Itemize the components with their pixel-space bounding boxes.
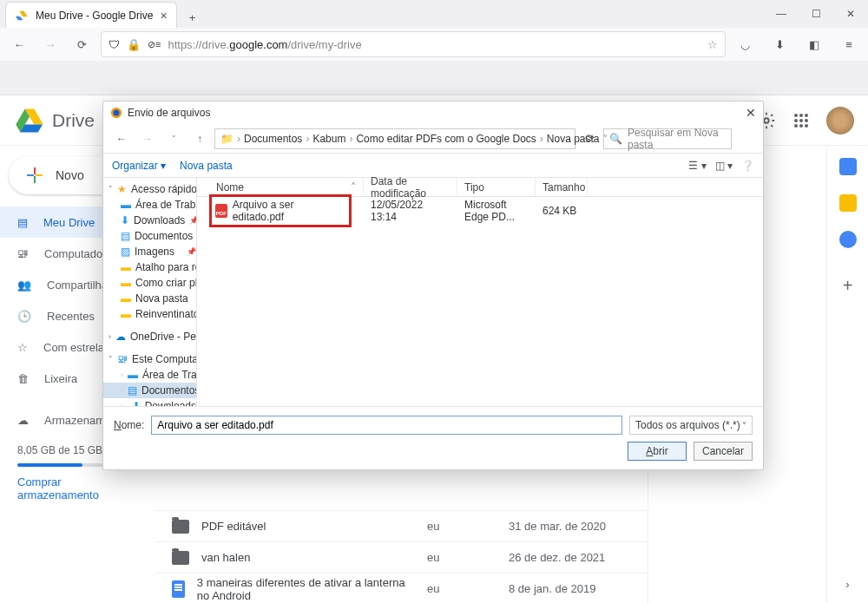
tree-playlist[interactable]: ▬Como criar playl — [103, 275, 196, 291]
tab-close-icon[interactable]: × — [160, 9, 167, 23]
dlg-help-icon[interactable]: ❔ — [741, 160, 754, 172]
tree-downloads[interactable]: ⬇Downloads📌 — [103, 213, 196, 228]
reload-button[interactable]: ⟳ — [69, 32, 94, 56]
new-tab-button[interactable]: + — [182, 7, 203, 28]
file-row[interactable]: 3 maneiras diferentes de ativar a lanter… — [155, 573, 648, 603]
dialog-body: ˅★Acesso rápido ▬Área de Traba📌 ⬇Downloa… — [103, 178, 763, 406]
tree-desktop2[interactable]: ›▬Área de Trabalho — [103, 367, 196, 383]
account-icon[interactable]: ◧ — [802, 32, 826, 56]
file-date: 12/05/2022 13:14 — [364, 199, 457, 223]
side-rail: + › — [826, 146, 868, 603]
col-size[interactable]: Tamanho — [536, 178, 588, 196]
cloud-icon: ☁ — [17, 414, 29, 427]
tree-newfolder[interactable]: ▬Nova pasta — [103, 291, 196, 306]
tree-quick-access[interactable]: ˅★Acesso rápido — [103, 181, 196, 197]
new-label: Novo — [56, 168, 84, 182]
open-button[interactable]: Abrir — [628, 442, 687, 461]
dialog-nav: ← → ˅ ↑ 📁 ›Documentos ›Kabum ›Como edita… — [103, 124, 763, 154]
drive-logo-icon — [14, 105, 45, 136]
file-item[interactable]: Arquivo a ser editado.pdf 12/05/2022 13:… — [197, 202, 763, 220]
file-type: Microsoft Edge PD... — [457, 199, 536, 223]
svg-point-6 — [805, 114, 808, 117]
dialog-title: Envio de arquivos — [128, 107, 210, 119]
dlg-search-input[interactable]: 🔍 Pesquisar em Nova pasta — [603, 128, 732, 149]
maximize-button[interactable]: ☐ — [799, 0, 833, 28]
view-list-icon[interactable]: ☰ ▾ — [688, 160, 706, 172]
tree-desktop[interactable]: ▬Área de Traba📌 — [103, 197, 196, 213]
folder-icon — [172, 551, 189, 565]
col-date[interactable]: Data de modificação — [364, 178, 457, 196]
organize-dropdown[interactable]: Organizar ▾ — [112, 160, 166, 172]
dlg-forward-button[interactable]: → — [136, 128, 159, 150]
dlg-back-button[interactable]: ← — [110, 128, 133, 150]
tree-images[interactable]: ▨Imagens📌 — [103, 244, 196, 259]
svg-point-3 — [764, 118, 769, 123]
tree-thispc[interactable]: ˅🖳Este Computador — [103, 351, 196, 367]
collapse-rail-icon[interactable]: › — [845, 578, 849, 591]
clock-icon: 🕒 — [17, 310, 31, 323]
browser-tab[interactable]: Meu Drive - Google Drive × — [5, 2, 177, 28]
dlg-refresh-button[interactable]: ⟳ — [579, 128, 600, 149]
cancel-button[interactable]: Cancelar — [694, 442, 753, 461]
tab-strip: Meu Drive - Google Drive × + — ☐ ✕ — [0, 0, 868, 28]
file-row[interactable]: van haleneu26 de dez. de 2021 — [155, 541, 648, 573]
pdf-icon — [215, 204, 227, 218]
url-host: google.com — [229, 38, 287, 51]
buy-storage-link[interactable]: Comprar armazenamento — [0, 470, 155, 507]
browser-chrome: Meu Drive - Google Drive × + — ☐ ✕ ← → ⟳… — [0, 0, 868, 95]
url-bar[interactable]: 🛡 🔒 ⊘≡ https://drive.google.com/drive/my… — [101, 31, 726, 57]
folder-tree: ˅★Acesso rápido ▬Área de Traba📌 ⬇Downloa… — [103, 178, 197, 406]
drive-favicon-icon — [15, 9, 29, 23]
filename-input[interactable] — [151, 416, 622, 435]
apps-icon[interactable] — [792, 111, 811, 130]
doc-icon — [172, 580, 185, 598]
people-icon: 👥 — [17, 279, 31, 292]
file-upload-dialog: Envio de arquivos ✕ ← → ˅ ↑ 📁 ›Documento… — [102, 101, 764, 470]
tab-title: Meu Drive - Google Drive — [36, 10, 153, 22]
tree-documents[interactable]: ▤Documentos📌 — [103, 228, 196, 244]
svg-point-4 — [794, 114, 798, 117]
name-label: Nome: — [114, 419, 144, 431]
drive-logo[interactable]: Drive — [14, 105, 95, 136]
plus-icon — [24, 165, 45, 186]
col-type[interactable]: Tipo — [457, 178, 536, 196]
downloads-icon[interactable]: ⬇ — [767, 32, 792, 56]
forward-button[interactable]: → — [38, 32, 62, 56]
svg-point-11 — [799, 124, 803, 128]
firefox-icon — [110, 107, 122, 119]
shield-icon: 🛡 — [108, 38, 120, 51]
tree-downloads2[interactable]: ›⬇Downloads — [103, 398, 196, 406]
computer-icon: 🖳 — [17, 247, 29, 260]
tree-reinvent[interactable]: ▬Reinventinator — [103, 306, 196, 322]
svg-point-7 — [794, 119, 798, 122]
highlight-box: Arquivo a ser editado.pdf — [209, 194, 352, 227]
add-rail-icon[interactable]: + — [843, 276, 853, 296]
tree-shortcut[interactable]: ▬Atalho para resp — [103, 259, 196, 275]
tasks-icon[interactable] — [839, 231, 857, 248]
tree-onedrive[interactable]: ›☁OneDrive - Person — [103, 329, 196, 344]
dialog-titlebar: Envio de arquivos ✕ — [103, 102, 763, 124]
breadcrumb[interactable]: 📁 ›Documentos ›Kabum ›Como editar PDFs c… — [214, 128, 575, 149]
minimize-button[interactable]: — — [764, 0, 799, 28]
avatar[interactable] — [826, 107, 854, 134]
filetype-dropdown[interactable]: Todos os arquivos (*.*)˅ — [629, 416, 753, 435]
preview-pane-icon[interactable]: ◫ ▾ — [715, 160, 733, 172]
drive-logo-text: Drive — [52, 110, 95, 131]
bookmark-star-icon[interactable]: ☆ — [707, 38, 718, 51]
file-row[interactable]: PDF editáveleu31 de mar. de 2020 — [155, 510, 648, 541]
dialog-close-icon[interactable]: ✕ — [746, 106, 756, 120]
new-folder-button[interactable]: Nova pasta — [180, 160, 233, 172]
close-window-button[interactable]: ✕ — [833, 0, 868, 28]
back-button[interactable]: ← — [7, 32, 31, 56]
file-list-pane: Nome˄ Data de modificação Tipo Tamanho A… — [197, 178, 763, 406]
dlg-recent-dropdown[interactable]: ˅ — [162, 128, 185, 150]
tree-documents2[interactable]: ›▤Documentos — [103, 383, 196, 398]
file-size: 624 KB — [536, 205, 588, 217]
dialog-bottom: Nome: Todos os arquivos (*.*)˅ Abrir Can… — [103, 406, 763, 469]
pocket-icon[interactable]: ◡ — [733, 32, 757, 56]
dlg-up-button[interactable]: ↑ — [188, 128, 211, 150]
url-path: /drive/my-drive — [287, 38, 361, 51]
menu-icon[interactable]: ≡ — [837, 32, 861, 56]
keep-icon[interactable] — [839, 194, 857, 212]
calendar-icon[interactable] — [839, 158, 857, 175]
